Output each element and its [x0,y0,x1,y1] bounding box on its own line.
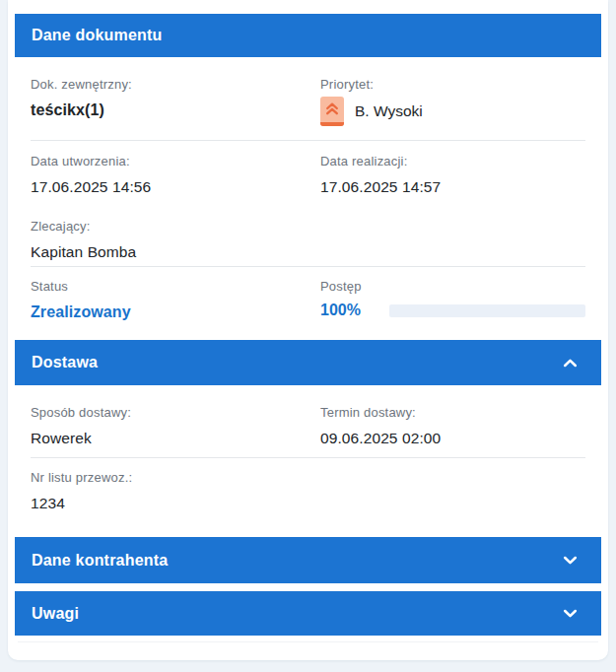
field-delivery-deadline: Termin dostawy: 09.06.2025 02:00 [320,405,585,447]
chevron-up-icon [563,359,578,368]
section-header-document-data[interactable]: Dane dokumentu [15,14,601,57]
field-label: Postęp [320,279,585,294]
section-title: Dane kontrahenta [32,552,168,570]
field-label: Nr listu przewoz.: [31,470,585,485]
document-details-card: Dane dokumentu Dok. zewnętrzny: teścikx(… [8,0,608,660]
priority-high-icon [320,97,344,126]
field-label: Priorytet: [320,77,585,92]
field-priority: Priorytet: B. Wysoki [320,77,585,126]
field-value: 09.06.2025 02:00 [320,429,585,447]
divider [18,641,598,642]
field-row: Sposób dostawy: Rowerek Termin dostawy: … [31,385,585,447]
field-label: Data realizacji: [320,154,585,168]
chevron-down-icon [563,609,578,618]
field-delivery-method: Sposób dostawy: Rowerek [31,405,320,447]
field-created-date: Data utworzenia: 17.06.2025 14:56 [31,154,320,196]
field-row: Status Zrealizowany Postęp 100% [31,267,585,321]
field-value: B. Wysoki [355,102,423,120]
field-value: 17.06.2025 14:56 [31,177,308,196]
field-value: 1234 [31,494,585,512]
field-label: Dok. zewnętrzny: [31,77,308,92]
field-value: 17.06.2025 14:57 [320,177,585,196]
field-label: Termin dostawy: [320,405,585,420]
field-realization-date: Data realizacji: 17.06.2025 14:57 [320,154,585,196]
field-row: Dok. zewnętrzny: teścikx(1) Priorytet: B… [31,57,585,126]
section-header-delivery[interactable]: Dostawa [15,340,601,385]
section-title: Dane dokumentu [32,27,163,44]
field-orderer: Zlecający: Kapitan Bomba [31,219,585,261]
section-header-notes[interactable]: Uwagi [15,591,601,636]
progress-percent-value: 100% [320,302,377,319]
field-label: Status [31,279,308,294]
status-value: Zrealizowany [31,302,308,321]
section-body-document-data: Dok. zewnętrzny: teścikx(1) Priorytet: B… [15,57,601,321]
field-row: Nr listu przewoz.: 1234 [31,458,585,512]
progress-bar [389,304,585,317]
section-header-contractor-data[interactable]: Dane kontrahenta [15,537,601,583]
field-progress: Postęp 100% [320,279,585,321]
field-value: Kapitan Bomba [31,242,585,261]
field-label: Zlecający: [31,219,585,234]
section-title: Dostawa [32,354,98,371]
field-row: Data utworzenia: 17.06.2025 14:56 Data r… [31,141,585,196]
field-status: Status Zrealizowany [31,279,320,321]
field-value: Rowerek [31,429,308,447]
section-title: Uwagi [32,605,79,623]
field-external-doc: Dok. zewnętrzny: teścikx(1) [31,77,320,126]
section-body-delivery: Sposób dostawy: Rowerek Termin dostawy: … [15,385,601,512]
chevron-down-icon [563,556,578,565]
field-waybill-number: Nr listu przewoz.: 1234 [31,470,585,512]
field-label: Sposób dostawy: [31,405,308,420]
field-value: teścikx(1) [31,101,308,119]
field-row: Zlecający: Kapitan Bomba [31,196,585,261]
field-label: Data utworzenia: [31,154,308,168]
